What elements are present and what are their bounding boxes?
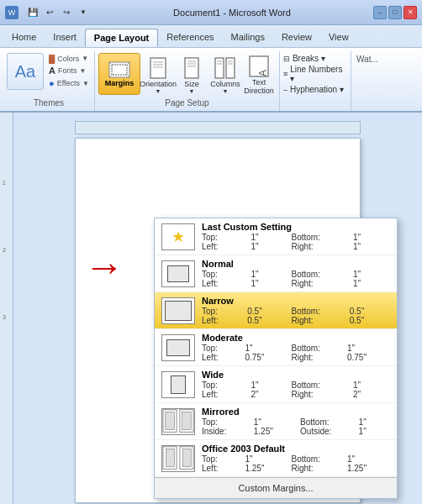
window-title: Document1 - Microsoft Word (94, 8, 370, 18)
redo-quick-btn[interactable]: ↪ (59, 5, 74, 20)
page-setup-label: Page Setup (98, 97, 276, 109)
tab-view[interactable]: View (320, 29, 357, 47)
margin-text-moderate: Moderate Top:1" Bottom:1" Left:0.75" Rig… (202, 333, 390, 362)
margin-item-moderate[interactable]: Moderate Top:1" Bottom:1" Left:0.75" Rig… (155, 329, 397, 366)
svg-rect-25 (182, 412, 191, 429)
tab-insert[interactable]: Insert (45, 29, 85, 47)
margin-preview-wide (161, 371, 195, 398)
ribbon-content: Aa ▓ Colors ▼ A Fonts ▼ ● Effec (0, 47, 422, 111)
ruler-num-2: 2 (3, 247, 6, 253)
maximize-btn[interactable]: □ (388, 6, 402, 19)
margin-preview-moderate (161, 334, 195, 361)
line-numbers-btn[interactable]: ≡ Line Numbers ▾ (283, 64, 347, 84)
text-direction-button[interactable]: A Text Direction (243, 55, 275, 95)
margin-text-office2003: Office 2003 Default Top:1" Bottom:1" Lef… (202, 444, 390, 473)
page-setup-group: Margins Orientation ▼ (95, 51, 280, 111)
themes-sub-buttons: ▓ Colors ▼ A Fonts ▼ ● Effects ▼ (47, 53, 91, 89)
title-bar: W 💾 ↩ ↪ ▼ Document1 - Microsoft Word – □… (0, 0, 422, 25)
tab-review[interactable]: Review (273, 29, 320, 47)
save-quick-btn[interactable]: 💾 (25, 5, 40, 20)
margins-dropdown: ★ Last Custom Setting Top:1" Bottom:1" L… (154, 218, 398, 499)
app-icon: W (5, 6, 18, 19)
margin-item-office2003[interactable]: Office 2003 Default Top:1" Bottom:1" Lef… (155, 440, 397, 477)
svg-text:A: A (257, 70, 269, 76)
tab-page-layout[interactable]: Page Layout (85, 29, 158, 47)
hyphenation-btn[interactable]: – Hyphenation ▾ (283, 84, 347, 95)
ruler-num-3: 3 (3, 314, 6, 320)
quick-access-toolbar: 💾 ↩ ↪ ▼ (25, 5, 91, 20)
margin-text-last-custom: Last Custom Setting Top:1" Bottom:1" Lef… (202, 222, 390, 251)
ruler-num-1: 1 (3, 180, 6, 186)
margin-item-mirrored[interactable]: Mirrored Top:1" Bottom:1" Inside:1.25" O… (155, 403, 397, 440)
themes-button[interactable]: Aa (7, 53, 44, 90)
svg-rect-6 (150, 58, 166, 78)
orientation-button[interactable]: Orientation ▼ (142, 55, 174, 95)
margin-preview-normal (161, 260, 195, 287)
custom-margins-btn[interactable]: Custom Margins... (155, 477, 397, 498)
close-btn[interactable]: ✕ (404, 6, 417, 19)
ruler-left: 1 2 3 (0, 113, 13, 504)
margins-button[interactable]: Margins (98, 53, 140, 95)
margin-item-wide[interactable]: Wide Top:1" Bottom:1" Left:2" Right:2" (155, 366, 397, 403)
dropdown-arrow-quick[interactable]: ▼ (76, 5, 91, 20)
ribbon: Home Insert Page Layout References Maili… (0, 25, 422, 113)
margin-preview-last-custom: ★ (161, 223, 195, 250)
red-arrow: → (84, 247, 124, 287)
breaks-group: ⊟ Breaks ▾ ≡ Line Numbers ▾ – Hyphenatio… (280, 51, 351, 111)
margin-text-wide: Wide Top:1" Bottom:1" Left:2" Right:2" (202, 370, 390, 399)
columns-button[interactable]: Columns ▼ (209, 55, 241, 95)
tab-mailings[interactable]: Mailings (223, 29, 273, 47)
margin-text-narrow: Narrow Top:0.5" Bottom:0.5" Left:0.5" Ri… (202, 296, 390, 325)
minimize-btn[interactable]: – (373, 6, 387, 19)
colors-button[interactable]: ▓ Colors ▼ (47, 53, 91, 64)
svg-rect-29 (183, 449, 192, 466)
arrange-group: Wat... (351, 51, 419, 111)
themes-group-label: Themes (34, 97, 64, 109)
margin-item-last-custom[interactable]: ★ Last Custom Setting Top:1" Bottom:1" L… (155, 218, 397, 255)
size-button[interactable]: Size ▼ (176, 55, 208, 95)
breaks-btn[interactable]: ⊟ Breaks ▾ (283, 53, 347, 64)
effects-button[interactable]: ● Effects ▼ (47, 77, 91, 89)
margin-text-mirrored: Mirrored Top:1" Bottom:1" Inside:1.25" O… (202, 407, 390, 436)
margin-preview-mirrored (161, 408, 195, 435)
document-area: 1 2 3 → ★ Last Custom Setting Top:1" Bot… (0, 113, 422, 504)
margin-preview-narrow (161, 297, 195, 324)
ribbon-tabs: Home Insert Page Layout References Maili… (0, 25, 422, 47)
margin-text-normal: Normal Top:1" Bottom:1" Left:1" Right:1" (202, 259, 390, 288)
tab-home[interactable]: Home (3, 29, 45, 47)
themes-group: Aa ▓ Colors ▼ A Fonts ▼ ● Effec (3, 51, 95, 111)
margin-preview-office2003 (161, 445, 195, 472)
fonts-button[interactable]: A Fonts ▼ (47, 65, 91, 76)
undo-quick-btn[interactable]: ↩ (42, 5, 57, 20)
margin-item-normal[interactable]: Normal Top:1" Bottom:1" Left:1" Right:1" (155, 255, 397, 292)
margin-item-narrow[interactable]: Narrow Top:0.5" Bottom:0.5" Left:0.5" Ri… (155, 292, 397, 329)
star-icon: ★ (171, 228, 185, 246)
svg-rect-24 (166, 412, 174, 429)
ruler-top (75, 121, 361, 134)
tab-references[interactable]: References (158, 29, 222, 47)
svg-rect-28 (166, 449, 175, 466)
